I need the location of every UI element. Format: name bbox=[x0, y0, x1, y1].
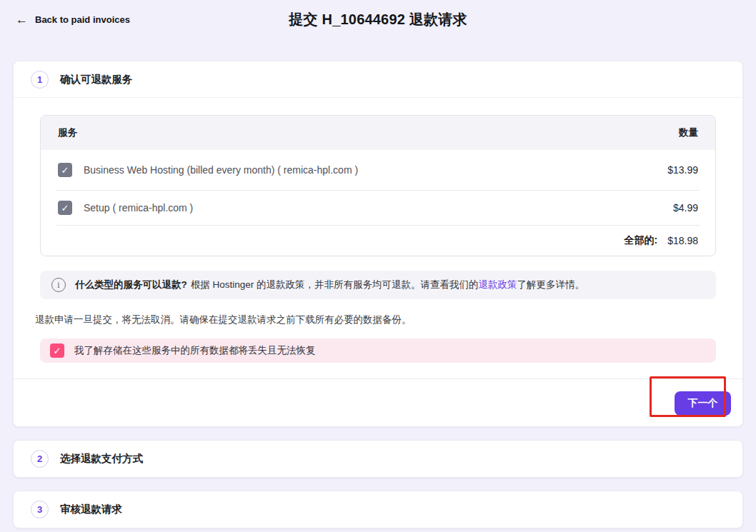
info-body-text: 根据 Hostinger 的退款政策，并非所有服务均可退款。请查看我们的 bbox=[191, 279, 479, 290]
service-amount: $4.99 bbox=[673, 202, 698, 214]
step1-header: 1 确认可退款服务 bbox=[14, 61, 742, 98]
total-label: 全部的: bbox=[625, 234, 658, 247]
info-body-text-after: 了解更多详情。 bbox=[517, 279, 585, 290]
service-checkbox[interactable]: ✓ bbox=[58, 163, 72, 177]
table-row: ✓ Setup ( remica-hpl.com ) $4.99 bbox=[41, 191, 715, 225]
check-icon: ✓ bbox=[61, 203, 69, 214]
service-amount: $13.99 bbox=[667, 164, 698, 176]
step1-card: 1 确认可退款服务 服务 数量 ✓ Business Web Hosting (… bbox=[13, 61, 743, 427]
step2-header: 2 选择退款支付方式 bbox=[14, 441, 742, 477]
refund-policy-link[interactable]: 退款政策 bbox=[479, 279, 517, 290]
info-question: 什么类型的服务可以退款? bbox=[75, 279, 187, 290]
step1-body: 服务 数量 ✓ Business Web Hosting (billed eve… bbox=[14, 98, 742, 363]
total-amount: $18.98 bbox=[667, 235, 698, 246]
irreversible-warning-text: 退款申请一旦提交，将无法取消。请确保在提交退款请求之前下载所有必要的数据备份。 bbox=[35, 313, 721, 326]
step1-number-badge: 1 bbox=[31, 71, 49, 89]
step1-footer: 下一个 bbox=[14, 378, 742, 426]
step3-number-badge: 3 bbox=[31, 501, 49, 518]
check-icon: ✓ bbox=[61, 165, 69, 176]
top-bar: ← Back to paid invoices 提交 H_10644692 退款… bbox=[0, 0, 756, 40]
table-row: ✓ Business Web Hosting (billed every mon… bbox=[41, 150, 715, 190]
data-loss-acknowledgement: ✓ 我了解存储在这些服务中的所有数据都将丢失且无法恢复 bbox=[40, 338, 716, 363]
check-icon: ✓ bbox=[54, 346, 61, 356]
back-to-paid-invoices-link[interactable]: ← Back to paid invoices bbox=[16, 14, 130, 26]
acknowledgement-label: 我了解存储在这些服务中的所有数据都将丢失且无法恢复 bbox=[74, 344, 316, 357]
step3-header: 3 审核退款请求 bbox=[14, 491, 742, 528]
step2-card[interactable]: 2 选择退款支付方式 bbox=[13, 440, 743, 478]
service-name: Business Web Hosting (billed every month… bbox=[84, 164, 358, 176]
step3-title: 审核退款请求 bbox=[60, 503, 122, 516]
table-total-row: 全部的: $18.98 bbox=[41, 226, 715, 256]
back-link-label: Back to paid invoices bbox=[35, 14, 130, 25]
back-arrow-icon: ← bbox=[16, 14, 28, 26]
table-header-row: 服务 数量 bbox=[41, 116, 715, 150]
next-button[interactable]: 下一个 bbox=[675, 391, 731, 416]
refund-steps-container: 1 确认可退款服务 服务 数量 ✓ Business Web Hosting (… bbox=[13, 61, 743, 528]
service-column-header: 服务 bbox=[58, 126, 77, 139]
refundable-services-table: 服务 数量 ✓ Business Web Hosting (billed eve… bbox=[40, 115, 716, 256]
info-text: 什么类型的服务可以退款?根据 Hostinger 的退款政策，并非所有服务均可退… bbox=[75, 278, 585, 292]
refund-policy-info-box: i 什么类型的服务可以退款?根据 Hostinger 的退款政策，并非所有服务均… bbox=[40, 271, 716, 299]
service-name: Setup ( remica-hpl.com ) bbox=[84, 202, 193, 214]
acknowledgement-checkbox[interactable]: ✓ bbox=[50, 343, 64, 358]
step2-title: 选择退款支付方式 bbox=[60, 452, 143, 466]
info-icon: i bbox=[51, 278, 66, 292]
step3-card[interactable]: 3 审核退款请求 bbox=[13, 491, 743, 528]
amount-column-header: 数量 bbox=[679, 126, 698, 139]
step2-number-badge: 2 bbox=[31, 450, 49, 468]
service-checkbox[interactable]: ✓ bbox=[58, 201, 72, 215]
step1-title: 确认可退款服务 bbox=[60, 73, 133, 86]
